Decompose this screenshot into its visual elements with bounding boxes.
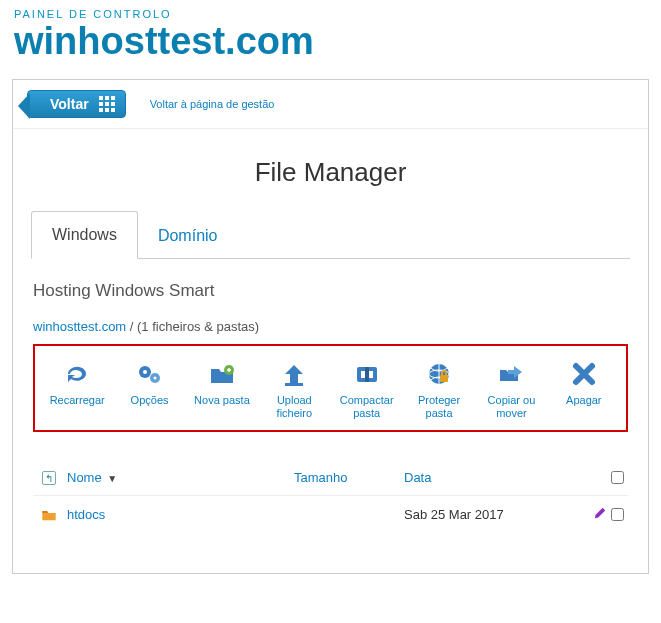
tool-options[interactable]: Opções bbox=[114, 360, 186, 420]
path-breadcrumb: winhosttest.com / (1 ficheiros & pastas) bbox=[33, 319, 628, 334]
tool-delete-label: Apagar bbox=[548, 394, 620, 407]
topbar: Voltar Voltar à página de gestão bbox=[13, 80, 648, 129]
tool-protect[interactable]: Proteger pasta bbox=[403, 360, 475, 420]
up-icon: ↰ bbox=[42, 471, 56, 485]
back-button-label: Voltar bbox=[50, 96, 89, 112]
tool-reload[interactable]: Recarregar bbox=[41, 360, 113, 420]
domain-title: winhosttest.com bbox=[0, 20, 661, 73]
tool-compress[interactable]: Compactar pasta bbox=[331, 360, 403, 420]
tool-delete[interactable]: Apagar bbox=[548, 360, 620, 420]
tool-options-label: Opções bbox=[114, 394, 186, 407]
row-checkbox[interactable] bbox=[611, 508, 624, 521]
column-date-label: Data bbox=[404, 470, 431, 485]
svg-rect-11 bbox=[440, 375, 448, 382]
svg-point-1 bbox=[143, 370, 147, 374]
upload-icon bbox=[277, 360, 311, 388]
tool-protect-label: Proteger pasta bbox=[403, 394, 475, 420]
column-name-label: Nome bbox=[67, 470, 102, 485]
svg-rect-8 bbox=[365, 367, 369, 382]
edit-button[interactable] bbox=[593, 506, 607, 523]
column-header-size[interactable]: Tamanho bbox=[294, 470, 404, 485]
tab-windows[interactable]: Windows bbox=[31, 211, 138, 259]
select-all-checkbox[interactable] bbox=[611, 471, 624, 484]
back-button[interactable]: Voltar bbox=[27, 90, 126, 118]
tool-copymove-label: Copiar ou mover bbox=[475, 394, 547, 420]
reload-icon bbox=[60, 360, 94, 388]
tool-reload-label: Recarregar bbox=[41, 394, 113, 407]
back-to-management-link[interactable]: Voltar à página de gestão bbox=[150, 98, 275, 110]
hosting-plan-title: Hosting Windows Smart bbox=[33, 281, 628, 301]
tool-newfolder[interactable]: Nova pasta bbox=[186, 360, 258, 420]
tab-dominio[interactable]: Domínio bbox=[138, 213, 238, 259]
sort-desc-icon: ▼ bbox=[107, 473, 117, 484]
folder-icon bbox=[37, 508, 61, 522]
protect-icon bbox=[422, 360, 456, 388]
tool-copymove[interactable]: Copiar ou mover bbox=[475, 360, 547, 420]
tab-content: Hosting Windows Smart winhosttest.com / … bbox=[13, 259, 648, 543]
grid-icon bbox=[99, 96, 115, 112]
gear-icon bbox=[133, 360, 167, 388]
breadcrumb-root-link[interactable]: winhosttest.com bbox=[33, 319, 126, 334]
tabs: Windows Domínio bbox=[31, 210, 630, 259]
svg-rect-5 bbox=[285, 383, 303, 386]
table-header: ↰ Nome ▼ Tamanho Data bbox=[33, 460, 628, 495]
row-name-link[interactable]: htdocs bbox=[67, 507, 105, 522]
tool-compress-label: Compactar pasta bbox=[331, 394, 403, 420]
column-size-label: Tamanho bbox=[294, 470, 347, 485]
tool-upload[interactable]: Upload ficheiro bbox=[258, 360, 330, 420]
breadcrumb-suffix: / (1 ficheiros & pastas) bbox=[126, 319, 259, 334]
tool-newfolder-label: Nova pasta bbox=[186, 394, 258, 407]
main-panel: Voltar Voltar à página de gestão File Ma… bbox=[12, 79, 649, 574]
column-header-name[interactable]: Nome ▼ bbox=[61, 470, 294, 485]
up-level-button[interactable]: ↰ bbox=[37, 471, 61, 485]
compress-icon bbox=[350, 360, 384, 388]
copymove-icon bbox=[494, 360, 528, 388]
page-title: File Manager bbox=[13, 157, 648, 188]
toolbar: Recarregar Opções Nova pasta Upload fich… bbox=[33, 344, 628, 432]
delete-icon bbox=[567, 360, 601, 388]
panel-breadcrumb: PAINEL DE CONTROLO bbox=[0, 0, 661, 20]
table-row: htdocs Sab 25 Mar 2017 bbox=[33, 495, 628, 533]
newfolder-icon bbox=[205, 360, 239, 388]
svg-point-3 bbox=[153, 377, 156, 380]
column-header-date[interactable]: Data bbox=[404, 470, 584, 485]
tool-upload-label: Upload ficheiro bbox=[258, 394, 330, 420]
row-date: Sab 25 Mar 2017 bbox=[404, 507, 584, 522]
